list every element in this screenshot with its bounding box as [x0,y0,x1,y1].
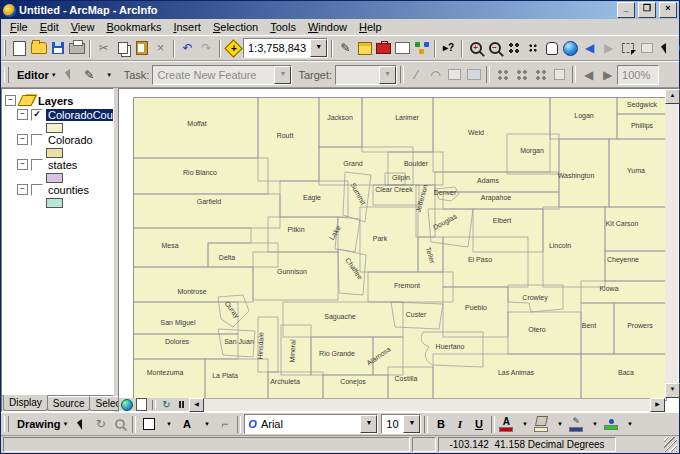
marker-color-dropdown[interactable]: ▼ [619,415,638,434]
collapse-icon[interactable]: − [17,159,28,170]
layer-label[interactable]: counties [46,184,91,196]
delete-button[interactable]: × [151,39,170,58]
scroll-down-icon[interactable]: ▼ [665,383,680,398]
font-color-button[interactable]: A [498,417,514,432]
layer-symbol-swatch[interactable] [46,148,63,158]
new-document-button[interactable] [10,39,29,58]
select-elements-button[interactable] [656,39,675,58]
sketch-tool-button[interactable]: ✎ [80,65,99,84]
shape-tool[interactable] [139,415,158,434]
edit-tool-button[interactable] [61,65,80,84]
colorado-counties-map[interactable]: MoffatRouttJacksonLarimerWeldLoganSedgwi… [133,97,667,401]
editor-zoom-combo[interactable]: 100% [617,65,659,85]
collapse-icon[interactable]: − [5,95,16,106]
fill-color-button[interactable] [533,416,549,432]
collapse-icon[interactable]: − [17,134,28,145]
go-forward-button[interactable]: ▶ [599,39,618,58]
add-data-button[interactable] [224,39,243,58]
scroll-up-icon[interactable]: ▲ [665,89,680,104]
tab-source[interactable]: Source [47,396,91,411]
identify-button[interactable]: i [675,39,680,58]
text-tool-dropdown[interactable]: ▼ [196,415,215,434]
menu-tools[interactable]: Tools [264,20,302,34]
toc-root-row[interactable]: − Layers [2,94,113,107]
select-features-button[interactable] [618,39,637,58]
italic-button[interactable]: I [450,415,469,434]
menu-file[interactable]: File [4,20,34,34]
layer-symbol-swatch[interactable] [46,123,63,133]
font-size-combo[interactable]: 10 ▼ [381,414,421,434]
whats-this-button[interactable]: ▸? [439,39,458,58]
fill-color-dropdown[interactable]: ▼ [549,415,568,434]
line-color-dropdown[interactable]: ▼ [584,415,603,434]
intersect-button[interactable] [512,65,531,84]
font-combo[interactable]: O Arial ▼ [244,414,378,434]
cut-button[interactable]: ✂ [94,39,113,58]
layer-visibility-checkbox[interactable] [31,134,43,146]
menu-help[interactable]: Help [353,20,388,34]
arccatalog-button[interactable] [355,39,374,58]
collapse-icon[interactable]: − [17,184,28,195]
layer-visibility-checkbox[interactable] [31,159,43,171]
menu-view[interactable]: View [65,20,101,34]
clear-selection-button[interactable] [637,39,656,58]
modelbuilder-button[interactable] [412,39,431,58]
undo-sketch-button[interactable]: ◀ [579,65,598,84]
rotate-tool[interactable]: ↻ [91,415,110,434]
layer-visibility-checkbox[interactable]: ✓ [31,109,43,121]
chevron-down-icon[interactable]: ▼ [310,39,327,57]
horizontal-scrollbar[interactable] [204,398,650,411]
snap-tool-button[interactable]: ⁄ [407,65,426,84]
command-line-button[interactable] [393,39,412,58]
marker-color-button[interactable] [603,419,619,430]
font-color-dropdown[interactable]: ▼ [514,415,533,434]
go-back-button[interactable]: ◀ [580,39,599,58]
toolbar-grip[interactable] [4,416,9,432]
redo-button[interactable]: ↷ [197,39,216,58]
drawing-menu-button[interactable]: Drawing ▼ [13,417,72,431]
copy-button[interactable] [113,39,132,58]
fixed-zoom-in-button[interactable] [504,39,523,58]
underline-button[interactable]: U [469,415,488,434]
text-tool[interactable]: A [177,415,196,434]
pause-drawing-button[interactable] [174,399,189,411]
menu-window[interactable]: Window [302,20,353,34]
select-elements-tool[interactable] [72,415,91,434]
full-extent-button[interactable] [561,39,580,58]
clip-button[interactable] [531,65,550,84]
chevron-down-icon[interactable]: ▼ [403,415,420,433]
collapse-icon[interactable]: − [17,109,28,120]
undo-button[interactable]: ↶ [178,39,197,58]
menu-bookmarks[interactable]: Bookmarks [100,20,167,34]
map-view[interactable]: MoffatRouttJacksonLarimerWeldLoganSedgwi… [118,88,679,412]
vertical-scrollbar[interactable]: ▲ ▼ [665,89,678,398]
menu-selection[interactable]: Selection [207,20,264,34]
chevron-down-icon[interactable]: ▼ [360,415,377,433]
redo-sketch-button[interactable]: ▶ [598,65,617,84]
map-scale-combo[interactable]: 1:3,758,843 ▼ [243,38,328,58]
toolbar-grip[interactable] [4,67,9,83]
layer-visibility-checkbox[interactable] [31,184,43,196]
layer-row-colorado[interactable]: −Colorado [17,133,113,146]
layer-row-states[interactable]: −states [17,158,113,171]
layer-symbol-swatch[interactable] [46,173,63,183]
sketch-tool-dropdown[interactable]: ▼ [99,65,118,84]
arctoolbox-button[interactable] [374,39,393,58]
toolbar-grip[interactable] [4,40,6,56]
zoom-to-selected-tool[interactable] [110,415,129,434]
task-combo[interactable]: Create New Feature ▼ [152,65,292,85]
union-button[interactable] [493,65,512,84]
title-bar[interactable]: Untitled - ArcMap - ArcInfo _ ❐ × [1,1,679,19]
open-button[interactable] [29,39,48,58]
layer-row-counties[interactable]: −counties [17,183,113,196]
layer-label[interactable]: Colorado [46,134,95,146]
scroll-right-icon[interactable]: ▶ [650,398,665,412]
menu-edit[interactable]: Edit [34,20,65,34]
refresh-view-button[interactable]: ↻ [159,399,174,411]
maximize-button[interactable]: ❐ [638,2,656,18]
buffer-button[interactable] [550,65,569,84]
sketch-properties-button[interactable] [464,65,483,84]
arc-tool-button[interactable]: ◠ [426,65,445,84]
save-button[interactable] [48,39,67,58]
bold-button[interactable]: B [431,415,450,434]
